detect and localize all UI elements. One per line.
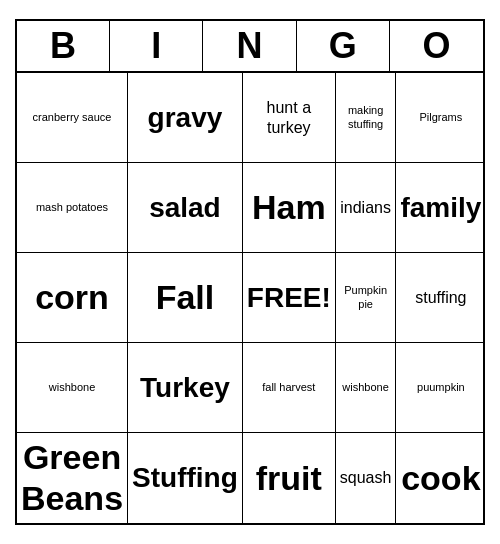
cell-text: family xyxy=(400,191,481,225)
bingo-cell: wishbone xyxy=(336,343,397,433)
bingo-cell: Green Beans xyxy=(17,433,128,523)
bingo-cell: Ham xyxy=(243,163,336,253)
bingo-grid: cranberry saucegravyhunt a turkeymaking … xyxy=(17,73,483,523)
cell-text: stuffing xyxy=(415,288,466,307)
cell-text: Pumpkin pie xyxy=(340,284,392,310)
bingo-cell: salad xyxy=(128,163,243,253)
bingo-cell: cranberry sauce xyxy=(17,73,128,163)
bingo-cell: Fall xyxy=(128,253,243,343)
header-letter: N xyxy=(203,21,296,71)
cell-text: puumpkin xyxy=(417,381,465,394)
bingo-cell: gravy xyxy=(128,73,243,163)
bingo-cell: corn xyxy=(17,253,128,343)
cell-text: hunt a turkey xyxy=(247,98,331,136)
bingo-cell: making stuffing xyxy=(336,73,397,163)
cell-text: making stuffing xyxy=(340,104,392,130)
bingo-cell: indians xyxy=(336,163,397,253)
bingo-card: BINGO cranberry saucegravyhunt a turkeym… xyxy=(15,19,485,525)
cell-text: squash xyxy=(340,468,392,487)
header-letter: B xyxy=(17,21,110,71)
bingo-cell: FREE! xyxy=(243,253,336,343)
cell-text: Turkey xyxy=(140,371,230,405)
bingo-cell: family xyxy=(396,163,485,253)
bingo-cell: Turkey xyxy=(128,343,243,433)
cell-text: Stuffing xyxy=(132,461,238,495)
cell-text: Pilgrams xyxy=(419,111,462,124)
cell-text: cook xyxy=(401,458,480,499)
cell-text: indians xyxy=(340,198,391,217)
bingo-cell: fall harvest xyxy=(243,343,336,433)
bingo-cell: wishbone xyxy=(17,343,128,433)
bingo-cell: cook xyxy=(396,433,485,523)
header-letter: O xyxy=(390,21,483,71)
bingo-cell: fruit xyxy=(243,433,336,523)
cell-text: cranberry sauce xyxy=(33,111,112,124)
bingo-cell: stuffing xyxy=(396,253,485,343)
bingo-cell: squash xyxy=(336,433,397,523)
cell-text: wishbone xyxy=(342,381,388,394)
header-letter: G xyxy=(297,21,390,71)
cell-text: wishbone xyxy=(49,381,95,394)
bingo-cell: hunt a turkey xyxy=(243,73,336,163)
cell-text: FREE! xyxy=(247,281,331,315)
cell-text: Fall xyxy=(156,277,215,318)
cell-text: fruit xyxy=(256,458,322,499)
bingo-cell: Pumpkin pie xyxy=(336,253,397,343)
bingo-cell: Pilgrams xyxy=(396,73,485,163)
cell-text: salad xyxy=(149,191,221,225)
bingo-cell: Stuffing xyxy=(128,433,243,523)
cell-text: Ham xyxy=(252,187,326,228)
cell-text: fall harvest xyxy=(262,381,315,394)
cell-text: Green Beans xyxy=(21,437,123,519)
bingo-cell: puumpkin xyxy=(396,343,485,433)
cell-text: gravy xyxy=(148,101,223,135)
bingo-header: BINGO xyxy=(17,21,483,73)
cell-text: corn xyxy=(35,277,109,318)
bingo-cell: mash potatoes xyxy=(17,163,128,253)
cell-text: mash potatoes xyxy=(36,201,108,214)
header-letter: I xyxy=(110,21,203,71)
